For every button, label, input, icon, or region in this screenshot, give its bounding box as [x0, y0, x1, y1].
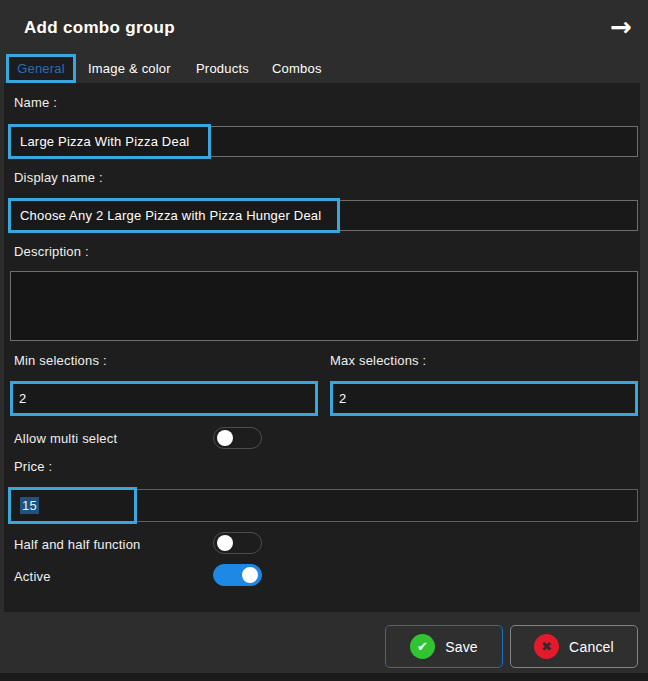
min-selections-input[interactable]: 2 — [10, 381, 318, 416]
half-and-half-label: Half and half function — [14, 537, 141, 552]
arrow-right-icon[interactable]: → — [610, 12, 632, 42]
max-selections-value: 2 — [339, 391, 346, 406]
display-name-input-value: Choose Any 2 Large Pizza with Pizza Hung… — [20, 208, 321, 223]
cancel-button[interactable]: ✖ Cancel — [510, 625, 638, 668]
save-button[interactable]: ✔ Save — [385, 625, 503, 668]
allow-multi-select-toggle[interactable] — [213, 427, 262, 449]
active-label: Active — [14, 569, 51, 584]
tab-image-and-color[interactable]: Image & color — [88, 61, 171, 76]
tab-combos[interactable]: Combos — [272, 61, 322, 76]
name-input-value: Large Pizza With Pizza Deal — [20, 134, 189, 149]
half-and-half-toggle[interactable] — [213, 532, 262, 554]
dialog-title: Add combo group — [24, 18, 175, 38]
name-label: Name : — [14, 95, 57, 110]
toggle-knob — [217, 535, 233, 551]
min-selections-label: Min selections : — [14, 353, 107, 368]
toggle-knob — [242, 567, 258, 583]
cancel-x-icon: ✖ — [534, 634, 559, 659]
tab-content-panel — [4, 83, 640, 612]
price-label: Price : — [14, 459, 52, 474]
toggle-knob — [217, 430, 233, 446]
tab-products[interactable]: Products — [196, 61, 249, 76]
price-input[interactable]: 15 — [10, 489, 638, 522]
window-bottom-edge — [0, 673, 648, 681]
name-input[interactable]: Large Pizza With Pizza Deal — [10, 126, 638, 157]
allow-multi-select-label: Allow multi select — [14, 431, 117, 446]
max-selections-label: Max selections : — [330, 353, 426, 368]
active-toggle[interactable] — [213, 564, 262, 586]
tab-general-label: General — [17, 61, 65, 76]
tab-general[interactable]: General — [6, 54, 76, 83]
display-name-input[interactable]: Choose Any 2 Large Pizza with Pizza Hung… — [10, 200, 638, 231]
price-input-value: 15 — [20, 497, 39, 514]
description-textarea[interactable] — [10, 271, 638, 341]
max-selections-input[interactable]: 2 — [330, 381, 638, 416]
add-combo-group-dialog: Add combo group → General Image & color … — [0, 0, 648, 681]
display-name-label: Display name : — [14, 170, 103, 185]
min-selections-value: 2 — [19, 391, 26, 406]
save-button-label: Save — [445, 639, 478, 655]
cancel-button-label: Cancel — [569, 639, 614, 655]
description-label: Description : — [14, 244, 89, 259]
save-check-icon: ✔ — [410, 634, 435, 659]
